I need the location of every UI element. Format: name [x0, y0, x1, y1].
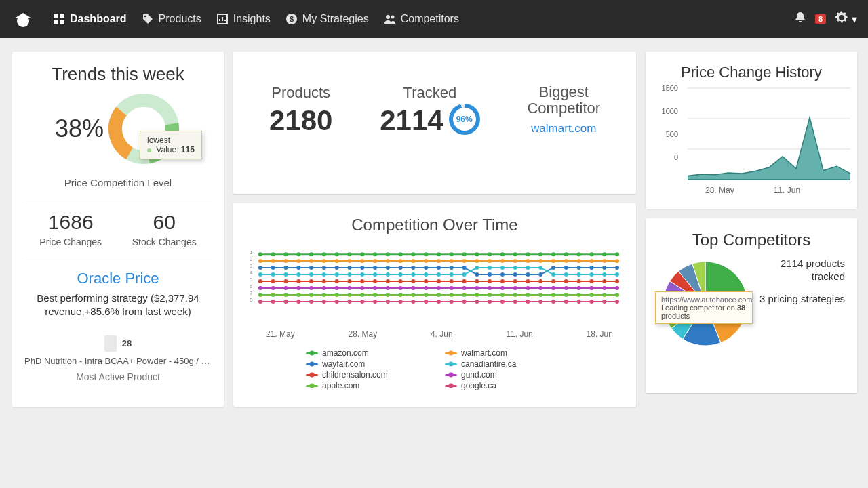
svg-point-84 [309, 266, 313, 270]
svg-point-94 [437, 266, 441, 270]
svg-point-155 [475, 279, 479, 283]
svg-point-230 [322, 300, 326, 304]
legend-item[interactable]: walmart.com [445, 348, 564, 358]
top-competitors-pie[interactable]: https://www.autohance.com Leading compet… [658, 256, 753, 351]
donut-caption: Price Competition Level [24, 177, 212, 188]
brand-logo-icon[interactable] [11, 7, 35, 31]
svg-point-166 [615, 279, 619, 283]
legend-item[interactable]: canadiantire.ca [445, 359, 564, 369]
svg-point-68 [475, 259, 479, 263]
nav-strategies[interactable]: $ My Strategies [285, 13, 369, 25]
legend-item[interactable]: google.ca [445, 381, 564, 390]
svg-point-173 [335, 286, 339, 290]
svg-text:1: 1 [250, 249, 253, 256]
svg-point-124 [450, 272, 454, 277]
legend-item[interactable]: childrensalon.com [306, 370, 425, 380]
svg-point-172 [322, 286, 326, 290]
legend-item[interactable]: gund.com [445, 370, 564, 380]
svg-point-163 [577, 279, 581, 283]
biggest-competitor-link[interactable]: walmart.com [527, 122, 600, 136]
bell-icon[interactable] [793, 11, 807, 27]
svg-point-42 [513, 252, 517, 256]
svg-point-110 [271, 272, 275, 277]
svg-point-234 [373, 300, 377, 304]
svg-point-83 [296, 266, 300, 270]
svg-point-241 [462, 300, 467, 304]
svg-point-80 [258, 266, 262, 270]
svg-point-82 [284, 266, 288, 270]
trends-title: Trends this week [24, 64, 212, 85]
legend-item[interactable]: wayfair.com [306, 359, 425, 369]
svg-point-221 [577, 293, 581, 297]
nav-competitors[interactable]: Competitors [384, 13, 459, 25]
svg-point-50 [615, 252, 619, 256]
svg-point-47 [577, 252, 581, 256]
settings-menu[interactable]: ▾ [834, 10, 857, 28]
svg-point-220 [564, 293, 568, 297]
svg-point-177 [386, 286, 390, 290]
svg-point-86 [335, 266, 339, 270]
notification-badge[interactable]: 8 [815, 14, 826, 24]
tag-icon [142, 13, 154, 25]
history-chart[interactable] [688, 81, 850, 183]
svg-point-46 [564, 252, 568, 256]
oracle-price-link[interactable]: Oracle Price [24, 270, 212, 287]
svg-point-248 [551, 300, 555, 304]
svg-point-214 [488, 293, 492, 297]
svg-point-95 [450, 266, 454, 270]
svg-point-171 [309, 286, 313, 290]
tracked-label: Tracked [380, 84, 479, 102]
competition-level-pct: 38% [55, 115, 104, 143]
svg-point-249 [564, 300, 568, 304]
svg-point-183 [462, 286, 467, 290]
svg-point-114 [322, 272, 326, 277]
products-label: Products [269, 84, 332, 102]
svg-point-192 [577, 286, 581, 290]
svg-point-250 [577, 300, 581, 304]
svg-point-96 [462, 266, 467, 270]
svg-point-85 [322, 266, 326, 270]
svg-point-88 [360, 266, 364, 270]
tracked-pct-ring: 96% [449, 104, 480, 135]
svg-point-24 [284, 252, 288, 256]
svg-point-218 [538, 293, 542, 297]
svg-point-146 [360, 279, 364, 283]
legend-item[interactable]: apple.com [306, 381, 425, 390]
nav-insights[interactable]: Insights [216, 13, 271, 25]
svg-point-136 [602, 272, 606, 277]
svg-point-202 [335, 293, 339, 297]
svg-point-120 [399, 272, 403, 277]
svg-point-77 [589, 259, 593, 263]
svg-point-126 [475, 266, 479, 270]
svg-point-125 [462, 272, 467, 277]
svg-point-233 [360, 300, 364, 304]
svg-point-164 [589, 279, 593, 283]
nav-label: Products [159, 13, 201, 25]
svg-point-106 [589, 266, 593, 270]
svg-point-119 [386, 272, 390, 277]
svg-rect-4 [60, 20, 64, 24]
nav-products[interactable]: Products [142, 13, 201, 25]
top-nav: Dashboard Products Insights $ My Strateg… [0, 0, 868, 38]
legend-item[interactable]: amazon.com [306, 348, 425, 358]
overtime-chart[interactable]: 1234 5678 [245, 243, 624, 324]
svg-point-224 [615, 293, 619, 297]
svg-point-216 [513, 293, 517, 297]
svg-point-153 [450, 279, 454, 283]
svg-point-137 [615, 272, 619, 277]
svg-point-44 [538, 252, 542, 256]
svg-point-253 [615, 300, 619, 304]
svg-point-132 [551, 272, 555, 277]
donut-tooltip: lowest Value: 115 [140, 131, 202, 159]
svg-point-51 [258, 259, 262, 263]
nav-dashboard[interactable]: Dashboard [53, 13, 127, 25]
svg-point-213 [475, 293, 479, 297]
svg-point-117 [360, 272, 364, 277]
svg-point-238 [424, 300, 428, 304]
most-active-product-name[interactable]: PhD Nutrition - Intra BCAA+ Powder - 450… [24, 356, 212, 366]
chevron-down-icon: ▾ [852, 13, 857, 26]
svg-point-92 [411, 266, 415, 270]
nav-label: Competitors [401, 13, 459, 25]
svg-point-61 [386, 259, 390, 263]
svg-point-156 [488, 279, 492, 283]
